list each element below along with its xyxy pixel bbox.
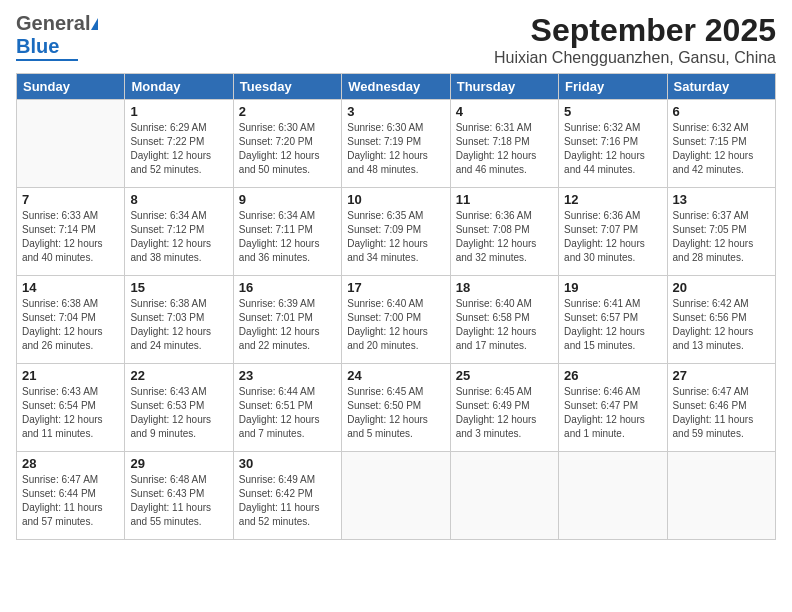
calendar-cell: 3Sunrise: 6:30 AM Sunset: 7:19 PM Daylig… — [342, 100, 450, 188]
day-number: 4 — [456, 104, 553, 119]
day-number: 14 — [22, 280, 119, 295]
calendar-cell — [17, 100, 125, 188]
calendar-cell: 6Sunrise: 6:32 AM Sunset: 7:15 PM Daylig… — [667, 100, 775, 188]
day-info: Sunrise: 6:48 AM Sunset: 6:43 PM Dayligh… — [130, 473, 227, 529]
day-number: 18 — [456, 280, 553, 295]
week-row-5: 28Sunrise: 6:47 AM Sunset: 6:44 PM Dayli… — [17, 452, 776, 540]
day-info: Sunrise: 6:30 AM Sunset: 7:20 PM Dayligh… — [239, 121, 336, 177]
day-number: 27 — [673, 368, 770, 383]
calendar-cell: 4Sunrise: 6:31 AM Sunset: 7:18 PM Daylig… — [450, 100, 558, 188]
calendar-cell: 8Sunrise: 6:34 AM Sunset: 7:12 PM Daylig… — [125, 188, 233, 276]
day-info: Sunrise: 6:30 AM Sunset: 7:19 PM Dayligh… — [347, 121, 444, 177]
calendar-cell: 1Sunrise: 6:29 AM Sunset: 7:22 PM Daylig… — [125, 100, 233, 188]
day-number: 28 — [22, 456, 119, 471]
day-number: 17 — [347, 280, 444, 295]
logo: General Blue — [16, 12, 98, 61]
weekday-header-friday: Friday — [559, 74, 667, 100]
day-info: Sunrise: 6:43 AM Sunset: 6:53 PM Dayligh… — [130, 385, 227, 441]
day-number: 10 — [347, 192, 444, 207]
calendar-cell — [667, 452, 775, 540]
day-number: 29 — [130, 456, 227, 471]
calendar-cell: 2Sunrise: 6:30 AM Sunset: 7:20 PM Daylig… — [233, 100, 341, 188]
day-info: Sunrise: 6:47 AM Sunset: 6:46 PM Dayligh… — [673, 385, 770, 441]
weekday-header-monday: Monday — [125, 74, 233, 100]
weekday-header-tuesday: Tuesday — [233, 74, 341, 100]
day-info: Sunrise: 6:34 AM Sunset: 7:12 PM Dayligh… — [130, 209, 227, 265]
calendar-cell: 10Sunrise: 6:35 AM Sunset: 7:09 PM Dayli… — [342, 188, 450, 276]
calendar-cell: 30Sunrise: 6:49 AM Sunset: 6:42 PM Dayli… — [233, 452, 341, 540]
calendar-cell: 27Sunrise: 6:47 AM Sunset: 6:46 PM Dayli… — [667, 364, 775, 452]
day-info: Sunrise: 6:46 AM Sunset: 6:47 PM Dayligh… — [564, 385, 661, 441]
day-info: Sunrise: 6:36 AM Sunset: 7:07 PM Dayligh… — [564, 209, 661, 265]
day-number: 5 — [564, 104, 661, 119]
day-info: Sunrise: 6:29 AM Sunset: 7:22 PM Dayligh… — [130, 121, 227, 177]
calendar-cell — [342, 452, 450, 540]
calendar-cell: 18Sunrise: 6:40 AM Sunset: 6:58 PM Dayli… — [450, 276, 558, 364]
location-title: Huixian Chengguanzhen, Gansu, China — [494, 49, 776, 67]
week-row-3: 14Sunrise: 6:38 AM Sunset: 7:04 PM Dayli… — [17, 276, 776, 364]
weekday-header-row: SundayMondayTuesdayWednesdayThursdayFrid… — [17, 74, 776, 100]
day-number: 8 — [130, 192, 227, 207]
weekday-header-saturday: Saturday — [667, 74, 775, 100]
month-title: September 2025 — [494, 12, 776, 49]
calendar-cell — [450, 452, 558, 540]
day-number: 12 — [564, 192, 661, 207]
day-info: Sunrise: 6:40 AM Sunset: 6:58 PM Dayligh… — [456, 297, 553, 353]
calendar-cell: 14Sunrise: 6:38 AM Sunset: 7:04 PM Dayli… — [17, 276, 125, 364]
header: General Blue September 2025 Huixian Chen… — [16, 12, 776, 67]
day-info: Sunrise: 6:41 AM Sunset: 6:57 PM Dayligh… — [564, 297, 661, 353]
day-number: 19 — [564, 280, 661, 295]
calendar-cell: 22Sunrise: 6:43 AM Sunset: 6:53 PM Dayli… — [125, 364, 233, 452]
day-number: 15 — [130, 280, 227, 295]
day-info: Sunrise: 6:35 AM Sunset: 7:09 PM Dayligh… — [347, 209, 444, 265]
day-info: Sunrise: 6:40 AM Sunset: 7:00 PM Dayligh… — [347, 297, 444, 353]
calendar-cell: 21Sunrise: 6:43 AM Sunset: 6:54 PM Dayli… — [17, 364, 125, 452]
day-number: 16 — [239, 280, 336, 295]
page-container: General Blue September 2025 Huixian Chen… — [0, 0, 792, 548]
day-number: 20 — [673, 280, 770, 295]
calendar-cell: 17Sunrise: 6:40 AM Sunset: 7:00 PM Dayli… — [342, 276, 450, 364]
calendar-cell: 26Sunrise: 6:46 AM Sunset: 6:47 PM Dayli… — [559, 364, 667, 452]
weekday-header-sunday: Sunday — [17, 74, 125, 100]
week-row-2: 7Sunrise: 6:33 AM Sunset: 7:14 PM Daylig… — [17, 188, 776, 276]
weekday-header-wednesday: Wednesday — [342, 74, 450, 100]
day-info: Sunrise: 6:34 AM Sunset: 7:11 PM Dayligh… — [239, 209, 336, 265]
weekday-header-thursday: Thursday — [450, 74, 558, 100]
day-info: Sunrise: 6:45 AM Sunset: 6:49 PM Dayligh… — [456, 385, 553, 441]
day-number: 30 — [239, 456, 336, 471]
calendar-cell: 24Sunrise: 6:45 AM Sunset: 6:50 PM Dayli… — [342, 364, 450, 452]
day-number: 3 — [347, 104, 444, 119]
day-number: 25 — [456, 368, 553, 383]
calendar-cell: 7Sunrise: 6:33 AM Sunset: 7:14 PM Daylig… — [17, 188, 125, 276]
logo-triangle-icon — [91, 18, 98, 30]
calendar-cell: 12Sunrise: 6:36 AM Sunset: 7:07 PM Dayli… — [559, 188, 667, 276]
calendar-cell: 5Sunrise: 6:32 AM Sunset: 7:16 PM Daylig… — [559, 100, 667, 188]
day-info: Sunrise: 6:42 AM Sunset: 6:56 PM Dayligh… — [673, 297, 770, 353]
logo-blue: Blue — [16, 35, 59, 58]
calendar-cell: 13Sunrise: 6:37 AM Sunset: 7:05 PM Dayli… — [667, 188, 775, 276]
logo-underline — [16, 59, 78, 61]
day-number: 6 — [673, 104, 770, 119]
calendar-cell: 20Sunrise: 6:42 AM Sunset: 6:56 PM Dayli… — [667, 276, 775, 364]
calendar-cell: 29Sunrise: 6:48 AM Sunset: 6:43 PM Dayli… — [125, 452, 233, 540]
day-number: 9 — [239, 192, 336, 207]
calendar-cell: 9Sunrise: 6:34 AM Sunset: 7:11 PM Daylig… — [233, 188, 341, 276]
day-info: Sunrise: 6:44 AM Sunset: 6:51 PM Dayligh… — [239, 385, 336, 441]
day-number: 24 — [347, 368, 444, 383]
day-number: 23 — [239, 368, 336, 383]
day-info: Sunrise: 6:38 AM Sunset: 7:04 PM Dayligh… — [22, 297, 119, 353]
calendar-cell: 25Sunrise: 6:45 AM Sunset: 6:49 PM Dayli… — [450, 364, 558, 452]
day-info: Sunrise: 6:49 AM Sunset: 6:42 PM Dayligh… — [239, 473, 336, 529]
calendar-cell: 19Sunrise: 6:41 AM Sunset: 6:57 PM Dayli… — [559, 276, 667, 364]
calendar-cell — [559, 452, 667, 540]
calendar-cell: 16Sunrise: 6:39 AM Sunset: 7:01 PM Dayli… — [233, 276, 341, 364]
week-row-1: 1Sunrise: 6:29 AM Sunset: 7:22 PM Daylig… — [17, 100, 776, 188]
day-info: Sunrise: 6:36 AM Sunset: 7:08 PM Dayligh… — [456, 209, 553, 265]
day-number: 22 — [130, 368, 227, 383]
week-row-4: 21Sunrise: 6:43 AM Sunset: 6:54 PM Dayli… — [17, 364, 776, 452]
calendar-table: SundayMondayTuesdayWednesdayThursdayFrid… — [16, 73, 776, 540]
day-number: 11 — [456, 192, 553, 207]
calendar-cell: 28Sunrise: 6:47 AM Sunset: 6:44 PM Dayli… — [17, 452, 125, 540]
calendar-cell: 15Sunrise: 6:38 AM Sunset: 7:03 PM Dayli… — [125, 276, 233, 364]
day-number: 7 — [22, 192, 119, 207]
